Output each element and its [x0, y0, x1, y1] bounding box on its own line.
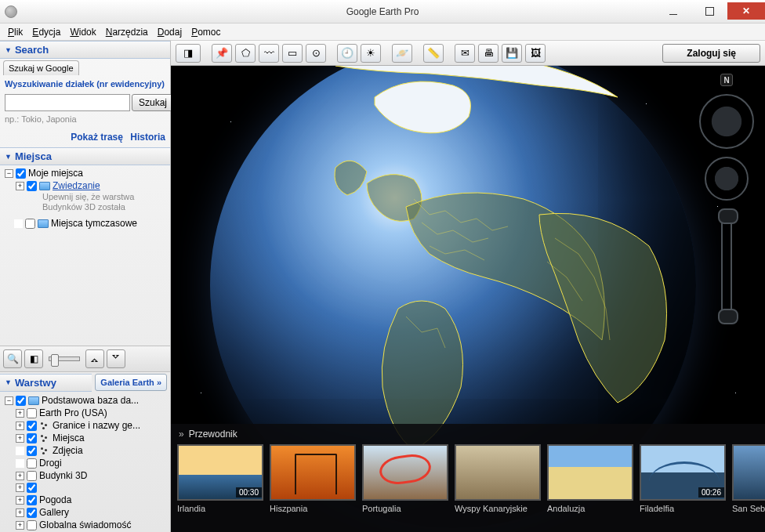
- title-bar: Google Earth Pro: [0, 0, 765, 24]
- collapse-icon[interactable]: −: [5, 396, 13, 405]
- tour-thumb[interactable]: Hiszpania: [270, 444, 356, 513]
- show-route-link[interactable]: Pokaż trasę: [71, 132, 123, 143]
- move-up-button[interactable]: 🢕: [85, 349, 104, 368]
- menu-file[interactable]: Plik: [3, 25, 27, 39]
- layer-row[interactable]: −Podstawowa baza da...: [5, 394, 170, 407]
- history-link[interactable]: Historia: [130, 132, 165, 143]
- checkbox-sightseeing[interactable]: [27, 181, 37, 191]
- planet-button[interactable]: 🪐: [392, 44, 412, 63]
- sidebar-toggle-button[interactable]: ◨: [176, 44, 201, 63]
- menu-view[interactable]: Widok: [65, 25, 100, 39]
- tour-guide-header[interactable]: Przewodnik: [189, 429, 237, 440]
- layer-checkbox[interactable]: [27, 433, 37, 443]
- north-indicator[interactable]: N: [720, 74, 733, 86]
- expand-icon[interactable]: +: [16, 508, 24, 517]
- search-hint: np.: Tokio, Japonia: [5, 111, 165, 127]
- image-overlay-button[interactable]: ▭: [282, 44, 303, 63]
- menu-bar: Plik Edycja Widok Narzędzia Dodaj Pomoc: [0, 24, 765, 41]
- layer-row[interactable]: +Earth Pro (USA): [5, 407, 170, 419]
- panel-toggle-button[interactable]: ◧: [24, 349, 43, 368]
- menu-help[interactable]: Pomoc: [187, 25, 225, 39]
- move-down-button[interactable]: 🢗: [107, 349, 125, 368]
- ruler-button[interactable]: 📏: [423, 44, 444, 63]
- menu-edit[interactable]: Edycja: [27, 25, 65, 39]
- tour-thumb[interactable]: Portugalia: [362, 444, 448, 513]
- search-panel-header[interactable]: Search: [0, 41, 170, 59]
- layer-row[interactable]: +Granice i nazwy ge...: [5, 419, 170, 432]
- layer-row[interactable]: +Pogoda: [5, 494, 170, 506]
- layer-row[interactable]: Zdjęcia: [5, 444, 170, 457]
- places-panel-header[interactable]: Miejsca: [0, 147, 170, 165]
- minimize-button[interactable]: [655, 2, 691, 20]
- layer-row[interactable]: +Globalna świadomość: [5, 519, 170, 531]
- layer-row[interactable]: Drogi: [5, 457, 170, 469]
- tour-thumb[interactable]: Andaluzja: [547, 444, 633, 513]
- layer-row[interactable]: +Gallery: [5, 506, 170, 519]
- close-button[interactable]: [727, 2, 765, 20]
- email-button[interactable]: ✉: [455, 44, 475, 63]
- view-in-maps-button[interactable]: 🖼: [525, 44, 546, 63]
- tree-my-places[interactable]: −Moje miejsca: [5, 167, 170, 179]
- sunlight-button[interactable]: ☀: [361, 44, 381, 63]
- tour-label: Filadelfia: [640, 501, 726, 513]
- menu-add[interactable]: Dodaj: [153, 25, 187, 39]
- expand-icon[interactable]: +: [16, 496, 24, 505]
- path-button[interactable]: 〰: [259, 44, 279, 63]
- tour-thumb-image: [455, 444, 541, 501]
- expand-icon[interactable]: +: [16, 422, 24, 430]
- expand-icon[interactable]: +: [16, 521, 24, 530]
- checkbox-my-places[interactable]: [16, 168, 26, 179]
- layer-checkbox[interactable]: [27, 508, 37, 518]
- layer-checkbox[interactable]: [27, 446, 37, 456]
- layer-checkbox[interactable]: [27, 458, 37, 469]
- placemark-button[interactable]: 📌: [212, 44, 232, 63]
- layer-checkbox[interactable]: [27, 471, 37, 481]
- expand-icon[interactable]: +: [16, 409, 24, 418]
- tab-search-google[interactable]: Szukaj w Google: [3, 60, 79, 75]
- tour-thumb[interactable]: 00:30Irlandia: [177, 444, 263, 513]
- find-place-button[interactable]: 🔍: [3, 349, 22, 368]
- look-joystick[interactable]: [699, 94, 754, 149]
- expand-icon[interactable]: +: [16, 472, 24, 480]
- layer-row[interactable]: +Miejsca: [5, 432, 170, 444]
- earth-gallery-button[interactable]: Galeria Earth »: [95, 374, 167, 391]
- maximize-button[interactable]: [691, 2, 727, 20]
- layer-checkbox[interactable]: [27, 520, 37, 530]
- tree-temp-places[interactable]: Miejsca tymczasowe: [5, 217, 170, 230]
- layer-row[interactable]: +: [5, 482, 170, 494]
- expand-icon[interactable]: +: [16, 483, 24, 492]
- history-button[interactable]: 🕘: [337, 44, 357, 63]
- record-tour-button[interactable]: ⊙: [306, 44, 326, 63]
- opacity-slider[interactable]: [49, 356, 80, 361]
- layer-dots-icon: [39, 421, 50, 430]
- tour-guide-panel: Przewodnik 00:30IrlandiaHiszpaniaPortuga…: [171, 424, 765, 532]
- tour-thumb[interactable]: Wyspy Kanaryjskie: [455, 444, 541, 513]
- tour-thumb[interactable]: San Sebastián: [732, 444, 765, 513]
- main-toolbar: ◨ 📌 ⬠ 〰 ▭ ⊙ 🕘 ☀ 🪐 📏 ✉ 🖶 💾 🖼 Zaloguj się: [171, 41, 765, 66]
- layer-checkbox[interactable]: [27, 483, 37, 493]
- save-image-button[interactable]: 💾: [502, 44, 522, 63]
- tour-thumb-image: [270, 444, 356, 501]
- tree-sightseeing[interactable]: +Zwiedzanie: [5, 179, 170, 192]
- search-input[interactable]: [5, 94, 130, 111]
- layer-row[interactable]: +Budynki 3D: [5, 469, 170, 482]
- tour-thumb[interactable]: 00:26Filadelfia: [640, 444, 726, 513]
- move-joystick[interactable]: [705, 157, 749, 201]
- print-button[interactable]: 🖶: [478, 44, 499, 63]
- tab-search-parcels[interactable]: Wyszukiwanie działek (nr ewidencyjny): [3, 77, 165, 91]
- expand-icon[interactable]: +: [16, 434, 24, 443]
- layer-checkbox[interactable]: [27, 495, 37, 505]
- zoom-slider[interactable]: [721, 212, 732, 321]
- checkbox-temp-places[interactable]: [25, 219, 35, 229]
- layer-checkbox[interactable]: [27, 408, 37, 418]
- menu-tools[interactable]: Narzędzia: [101, 25, 153, 39]
- search-button[interactable]: Szukaj: [132, 94, 174, 111]
- layers-panel-header[interactable]: Warstwy: [0, 374, 92, 392]
- tour-label: Andaluzja: [547, 501, 633, 513]
- layer-checkbox[interactable]: [16, 396, 26, 406]
- polygon-button[interactable]: ⬠: [235, 44, 256, 63]
- login-button[interactable]: Zaloguj się: [662, 44, 760, 63]
- layer-checkbox[interactable]: [27, 421, 37, 431]
- globe-viewport[interactable]: N Przewodnik 00:30IrlandiaHiszpaniaPortu…: [171, 66, 765, 532]
- tour-thumb-image: [362, 444, 448, 501]
